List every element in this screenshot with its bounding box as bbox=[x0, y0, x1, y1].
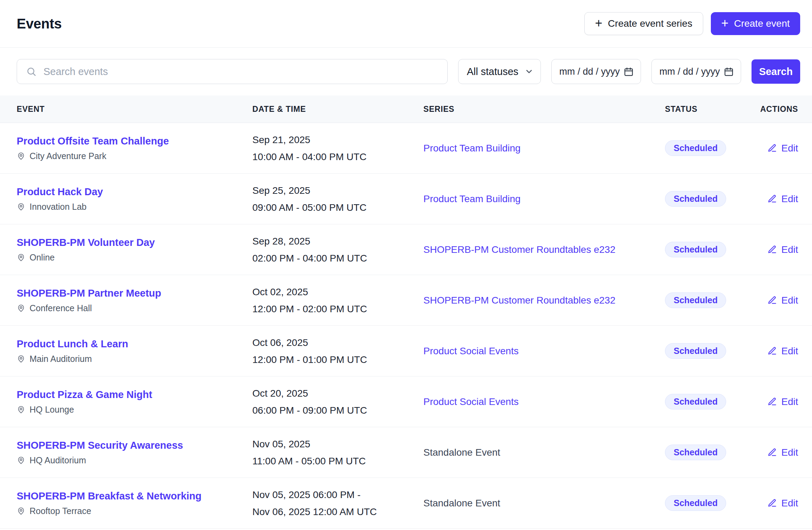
event-cell: SHOPERB-PM Partner Meetup Conference Hal… bbox=[17, 288, 252, 313]
event-title-link[interactable]: SHOPERB-PM Partner Meetup bbox=[17, 288, 252, 299]
create-event-series-label: Create event series bbox=[608, 18, 692, 29]
edit-button[interactable]: Edit bbox=[768, 396, 798, 407]
event-title-link[interactable]: Product Lunch & Learn bbox=[17, 338, 252, 350]
event-location-text: Rooftop Terrace bbox=[30, 506, 91, 516]
event-date-line1: Sep 28, 2025 bbox=[252, 233, 423, 250]
event-cell: SHOPERB-PM Volunteer Day Online bbox=[17, 237, 252, 263]
event-location-text: Online bbox=[30, 252, 55, 263]
event-datetime: Oct 06, 2025 12:00 PM - 01:00 PM UTC bbox=[252, 334, 423, 368]
series-cell: Standalone Event bbox=[423, 498, 665, 509]
status-filter-select[interactable]: All statuses bbox=[458, 59, 541, 84]
event-location: Online bbox=[17, 252, 252, 263]
series-cell: Product Team Building bbox=[423, 143, 665, 154]
status-badge: Scheduled bbox=[665, 343, 726, 359]
location-pin-icon bbox=[17, 405, 25, 414]
series-link[interactable]: Product Social Events bbox=[423, 346, 519, 356]
status-cell: Scheduled bbox=[665, 242, 759, 257]
event-title-link[interactable]: SHOPERB-PM Security Awareness bbox=[17, 440, 252, 451]
event-date-line1: Oct 06, 2025 bbox=[252, 334, 423, 351]
event-location: HQ Auditorium bbox=[17, 455, 252, 465]
event-date-line2: 09:00 AM - 05:00 PM UTC bbox=[252, 199, 423, 216]
event-date-line1: Nov 05, 2025 bbox=[252, 436, 423, 453]
series-link[interactable]: Product Social Events bbox=[423, 396, 519, 407]
create-event-series-button[interactable]: + Create event series bbox=[584, 12, 703, 35]
edit-button[interactable]: Edit bbox=[768, 193, 798, 205]
table-row: SHOPERB-PM Partner Meetup Conference Hal… bbox=[0, 275, 812, 326]
series-link[interactable]: Product Team Building bbox=[423, 143, 521, 154]
series-cell: Product Team Building bbox=[423, 193, 665, 205]
column-header-datetime: DATE & TIME bbox=[252, 105, 423, 114]
event-cell: SHOPERB-PM Security Awareness HQ Auditor… bbox=[17, 440, 252, 465]
event-title-link[interactable]: Product Offsite Team Challenge bbox=[17, 135, 252, 147]
event-cell: Product Offsite Team Challenge City Adve… bbox=[17, 135, 252, 161]
event-title-link[interactable]: Product Pizza & Game Night bbox=[17, 389, 252, 400]
event-date-line2: 02:00 PM - 04:00 PM UTC bbox=[252, 250, 423, 267]
event-location: HQ Lounge bbox=[17, 405, 252, 415]
calendar-icon bbox=[724, 67, 734, 77]
event-datetime: Sep 21, 2025 10:00 AM - 04:00 PM UTC bbox=[252, 131, 423, 165]
page-title: Events bbox=[17, 16, 62, 32]
event-location: Innovation Lab bbox=[17, 202, 252, 212]
event-title-link[interactable]: SHOPERB-PM Volunteer Day bbox=[17, 237, 252, 248]
series-link[interactable]: SHOPERB-PM Customer Roundtables e232 bbox=[423, 244, 615, 255]
table-row: Product Hack Day Innovation Lab Sep 25, … bbox=[0, 174, 812, 224]
edit-button-label: Edit bbox=[781, 346, 798, 357]
edit-button[interactable]: Edit bbox=[768, 295, 798, 306]
events-table: EVENT DATE & TIME SERIES STATUS ACTIONS … bbox=[0, 96, 812, 529]
filters-bar: All statuses mm / dd / yyyy mm / dd / yy… bbox=[0, 48, 812, 96]
event-cell: SHOPERB-PM Breakfast & Networking Roofto… bbox=[17, 490, 252, 516]
event-location-text: Main Auditorium bbox=[30, 354, 92, 364]
search-input[interactable] bbox=[43, 66, 438, 77]
event-date-line2: 11:00 AM - 05:00 PM UTC bbox=[252, 453, 423, 470]
column-header-actions: ACTIONS bbox=[759, 105, 798, 114]
edit-button-label: Edit bbox=[781, 193, 798, 205]
edit-button[interactable]: Edit bbox=[768, 498, 798, 509]
event-date-line1: Oct 20, 2025 bbox=[252, 385, 423, 402]
status-cell: Scheduled bbox=[665, 495, 759, 511]
edit-button-label: Edit bbox=[781, 447, 798, 458]
date-from-input[interactable]: mm / dd / yyyy bbox=[551, 59, 641, 84]
location-pin-icon bbox=[17, 456, 25, 465]
edit-button[interactable]: Edit bbox=[768, 447, 798, 458]
date-to-value: mm / dd / yyyy bbox=[659, 66, 720, 77]
table-row: SHOPERB-PM Breakfast & Networking Roofto… bbox=[0, 478, 812, 529]
date-to-input[interactable]: mm / dd / yyyy bbox=[651, 59, 741, 84]
create-event-button[interactable]: + Create event bbox=[711, 12, 800, 35]
edit-button-label: Edit bbox=[781, 295, 798, 306]
edit-button-label: Edit bbox=[781, 143, 798, 154]
edit-button[interactable]: Edit bbox=[768, 244, 798, 255]
event-datetime: Oct 20, 2025 06:00 PM - 09:00 PM UTC bbox=[252, 385, 423, 419]
calendar-icon bbox=[624, 67, 634, 77]
actions-cell: Edit bbox=[759, 498, 798, 509]
events-table-body: Product Offsite Team Challenge City Adve… bbox=[0, 123, 812, 529]
event-location-text: Conference Hall bbox=[30, 303, 92, 313]
edit-pencil-icon bbox=[768, 448, 777, 457]
edit-button[interactable]: Edit bbox=[768, 346, 798, 357]
search-icon bbox=[26, 66, 36, 77]
event-cell: Product Pizza & Game Night HQ Lounge bbox=[17, 389, 252, 415]
events-page: Events + Create event series + Create ev… bbox=[0, 0, 812, 529]
status-cell: Scheduled bbox=[665, 394, 759, 409]
date-from-value: mm / dd / yyyy bbox=[559, 66, 620, 77]
series-link[interactable]: SHOPERB-PM Customer Roundtables e232 bbox=[423, 295, 615, 306]
status-badge: Scheduled bbox=[665, 292, 726, 308]
event-title-link[interactable]: Product Hack Day bbox=[17, 186, 252, 198]
page-header: Events + Create event series + Create ev… bbox=[0, 0, 812, 48]
actions-cell: Edit bbox=[759, 295, 798, 306]
edit-button[interactable]: Edit bbox=[768, 143, 798, 154]
search-button[interactable]: Search bbox=[752, 59, 800, 84]
event-datetime: Oct 02, 2025 12:00 PM - 02:00 PM UTC bbox=[252, 283, 423, 317]
event-date-line2: Nov 06, 2025 12:00 AM UTC bbox=[252, 503, 423, 520]
actions-cell: Edit bbox=[759, 447, 798, 458]
event-date-line1: Oct 02, 2025 bbox=[252, 283, 423, 300]
create-event-label: Create event bbox=[734, 18, 790, 29]
series-link[interactable]: Product Team Building bbox=[423, 193, 521, 204]
event-title-link[interactable]: SHOPERB-PM Breakfast & Networking bbox=[17, 490, 252, 502]
status-cell: Scheduled bbox=[665, 191, 759, 207]
series-cell: Product Social Events bbox=[423, 396, 665, 407]
edit-button-label: Edit bbox=[781, 498, 798, 509]
status-badge: Scheduled bbox=[665, 191, 726, 207]
event-location: Conference Hall bbox=[17, 303, 252, 313]
table-row: SHOPERB-PM Volunteer Day Online Sep 28, … bbox=[0, 224, 812, 275]
series-cell: Product Social Events bbox=[423, 346, 665, 357]
